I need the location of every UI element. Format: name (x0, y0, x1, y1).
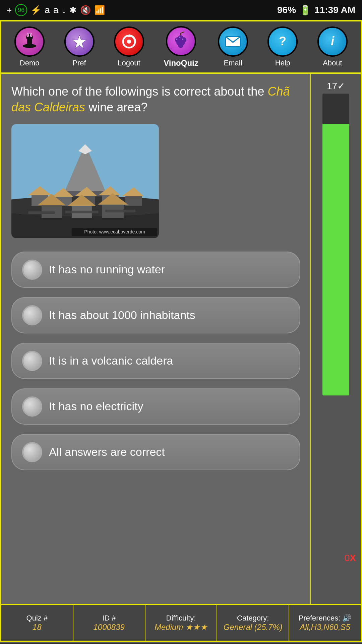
answer-text-4: It has no electricity (49, 400, 143, 413)
stats-preferences: Preferences: 🔊 All,H3,N60,S5 (289, 605, 361, 641)
radio-4 (22, 396, 42, 417)
stats-id: ID # 1000839 (73, 605, 145, 641)
stats-category-value: General (25.7%) (224, 623, 283, 632)
add-icon: + (7, 5, 12, 15)
question-text: Which one of the followings is correct a… (11, 84, 300, 115)
answer-option-3[interactable]: It is in a volcanic caldera (11, 343, 300, 379)
nav-demo-label: Demo (20, 59, 40, 67)
battery-icon: 🔋 (299, 5, 311, 16)
svg-marker-7 (72, 35, 86, 49)
nav-email-label: Email (224, 59, 242, 67)
svg-line-18 (181, 32, 184, 33)
stats-quiz-label: Quiz # (26, 614, 48, 623)
difficulty-text: Medium ★★★ (155, 623, 207, 632)
email-icon (218, 26, 248, 57)
progress-bar-fill (322, 124, 349, 395)
nav-pref-label: Pref (72, 59, 86, 67)
answer-text-2: It has about 1000 inhabitants (49, 309, 195, 322)
score-correct: 17✓ (327, 80, 345, 92)
nav-bar: Demo Pref Logout (1, 21, 361, 74)
stats-difficulty-value: Medium ★★★ (155, 623, 207, 632)
question-suffix: wine area? (85, 100, 147, 114)
signal-icon: 📶 (94, 5, 105, 15)
time-display: 11:39 AM (314, 5, 355, 15)
svg-rect-47 (28, 211, 55, 214)
bluetooth-icon: ✱ (69, 5, 77, 15)
score-wrong: 0X (345, 553, 356, 564)
nav-vinoquiz[interactable]: VinoQuiz (164, 26, 198, 68)
svg-point-6 (31, 34, 32, 37)
battery-level: 96% (277, 5, 296, 15)
radio-2 (22, 305, 42, 325)
svg-rect-49 (105, 210, 135, 212)
stats-preferences-label: Preferences: 🔊 (299, 614, 352, 623)
status-bar: + 96 ⚡ a a ↓ ✱ 🔇 📶 96% 🔋 11:39 AM (0, 0, 362, 20)
answer-text-3: It is in a volcanic caldera (49, 354, 173, 367)
svg-point-19 (179, 37, 180, 38)
radio-5 (22, 442, 42, 462)
stats-quiz: Quiz # 18 (1, 605, 73, 641)
amazon-icon2: a (53, 5, 59, 15)
svg-text:?: ? (279, 34, 286, 48)
radio-3 (22, 351, 42, 371)
stats-difficulty: Difficulty: Medium ★★★ (145, 605, 218, 641)
nav-vinoquiz-label: VinoQuiz (164, 58, 198, 68)
nav-about-label: About (323, 59, 342, 67)
svg-rect-48 (65, 211, 99, 213)
usb-icon: ⚡ (31, 5, 41, 15)
wrong-x-icon: X (350, 553, 356, 563)
wrong-count: 0 (345, 553, 350, 563)
question-prefix: Which one of the followings is correct a… (11, 85, 267, 98)
stats-id-label: ID # (102, 614, 116, 623)
nav-logout[interactable]: Logout (114, 26, 144, 67)
content-area: Which one of the followings is correct a… (1, 74, 361, 604)
download-icon: ↓ (62, 5, 66, 15)
svg-point-10 (127, 40, 131, 44)
stats-category-label: Category: (237, 614, 269, 623)
answer-text-1: It has no running water (49, 263, 165, 276)
stats-id-value: 1000839 (93, 623, 124, 632)
nav-logout-label: Logout (118, 59, 140, 67)
circle-96-icon: 96 (15, 4, 27, 16)
answer-option-1[interactable]: It has no running water (11, 252, 300, 288)
pref-icon (64, 26, 95, 57)
about-icon: i (317, 26, 348, 57)
main-container: Demo Pref Logout (0, 20, 362, 642)
nav-pref[interactable]: Pref (64, 26, 95, 67)
nav-help-label: Help (275, 59, 290, 67)
demo-icon (14, 26, 45, 57)
score-panel: 17✓ 0X (310, 74, 361, 604)
svg-rect-39 (125, 196, 142, 206)
answer-text-5: All answers are correct (49, 445, 165, 459)
svg-text:Photo: www.ecaboverde.com: Photo: www.ecaboverde.com (84, 229, 145, 234)
svg-point-16 (178, 43, 183, 48)
nav-about[interactable]: i About (317, 26, 348, 67)
stats-difficulty-label: Difficulty: (166, 614, 196, 623)
stats-category: Category: General (25.7%) (217, 605, 289, 641)
help-icon: ? (267, 26, 298, 57)
svg-text:i: i (331, 34, 335, 48)
nav-demo[interactable]: Demo (14, 26, 45, 67)
vinoquiz-icon (166, 26, 196, 56)
question-image: Photo: www.ecaboverde.com (11, 124, 159, 238)
answer-option-2[interactable]: It has about 1000 inhabitants (11, 297, 300, 333)
stats-bar: Quiz # 18 ID # 1000839 Difficulty: Mediu… (1, 604, 361, 641)
answer-option-5[interactable]: All answers are correct (11, 434, 300, 470)
status-left-icons: + 96 ⚡ a a ↓ ✱ 🔇 📶 (7, 4, 105, 16)
status-right-info: 96% 🔋 11:39 AM (277, 5, 355, 16)
question-image-svg: Photo: www.ecaboverde.com (11, 124, 159, 238)
bottom-bar: SUBMIT ZAP ONE (0, 642, 362, 644)
radio-1 (22, 260, 42, 280)
nav-email[interactable]: Email (218, 26, 248, 67)
stats-preferences-value: All,H3,N60,S5 (300, 623, 350, 632)
nav-help[interactable]: ? Help (267, 26, 298, 67)
answer-option-4[interactable]: It has no electricity (11, 388, 300, 425)
svg-point-5 (27, 34, 28, 37)
progress-bar-container (322, 94, 349, 395)
amazon-icon1: a (45, 5, 50, 15)
svg-point-21 (182, 39, 183, 40)
logout-icon (114, 26, 144, 57)
svg-point-20 (176, 39, 177, 40)
quiz-panel: Which one of the followings is correct a… (1, 74, 310, 604)
stats-quiz-value: 18 (33, 623, 42, 632)
